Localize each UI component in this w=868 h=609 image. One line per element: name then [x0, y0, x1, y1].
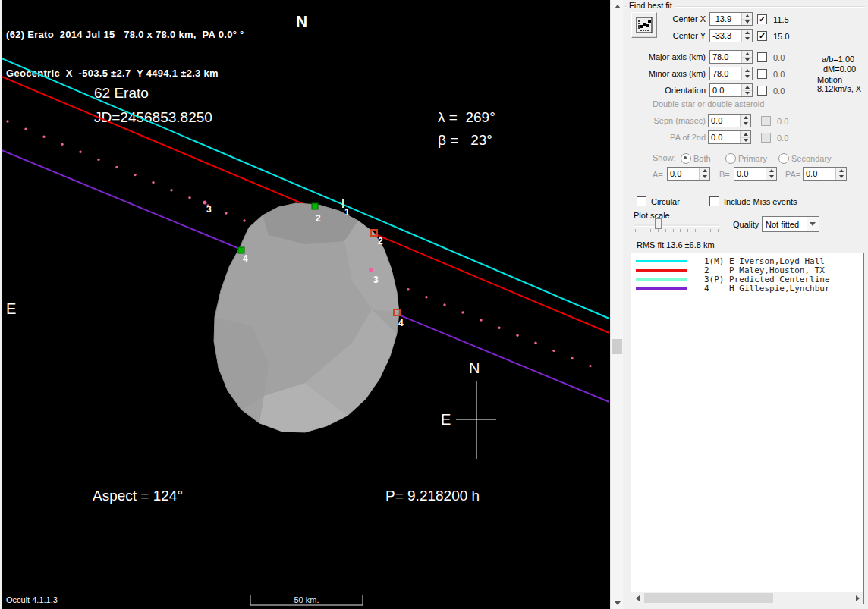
- separation-value[interactable]: 0.0: [709, 115, 740, 127]
- major-axis-label: Major axis (km): [623, 52, 706, 61]
- compass-north-label: N: [469, 359, 480, 376]
- quality-dropdown[interactable]: Not fitted: [762, 216, 819, 232]
- legend-scroll-right-button[interactable]: [851, 592, 863, 604]
- center-y-spinner[interactable]: -33.3: [709, 29, 753, 42]
- legend-observer-text: 4H Gillespie,Lynchbur: [704, 284, 830, 294]
- minor-axis-error-value: 0.0: [773, 70, 785, 79]
- show-primary-radio[interactable]: [725, 153, 736, 164]
- pa-of-2nd-value[interactable]: 0.0: [709, 131, 740, 143]
- b-value[interactable]: 0.0: [734, 168, 766, 180]
- major-axis-error-checkbox[interactable]: [757, 52, 767, 62]
- pa-spin-buttons[interactable]: [835, 168, 846, 180]
- minor-axis-error-checkbox[interactable]: [757, 69, 767, 79]
- groupbox-title: Find best fit: [627, 1, 675, 10]
- quality-selected-value: Not fitted: [763, 220, 807, 229]
- separation-spin-buttons[interactable]: [740, 115, 750, 127]
- pa-label: PA=: [785, 170, 800, 179]
- scale-bar-label: 50 km.: [294, 595, 319, 604]
- plot-scale-slider-track[interactable]: [634, 224, 719, 227]
- center-y-value[interactable]: -33.3: [710, 30, 741, 42]
- pa-spinner[interactable]: 0.0: [803, 167, 847, 181]
- b-spin-buttons[interactable]: [766, 168, 776, 180]
- show-primary-label[interactable]: Primary: [738, 154, 767, 163]
- scroll-up-button[interactable]: [611, 0, 624, 12]
- center-x-spin-buttons[interactable]: [741, 13, 752, 25]
- show-secondary-label[interactable]: Secondary: [791, 154, 832, 163]
- legend-horizontal-scrollbar[interactable]: [631, 592, 863, 604]
- minor-axis-spin-buttons[interactable]: [741, 67, 752, 80]
- circular-checkbox[interactable]: [637, 196, 646, 206]
- fit-control-panel: Find best fit Center X -13.9 ✓ 11.5 Cent…: [623, 0, 868, 609]
- marker-label-4r: 4: [398, 318, 404, 328]
- observer-legend-listbox[interactable]: 1(M)E Iverson,Loyd Hall2P Maley,Houston,…: [631, 253, 864, 604]
- vertical-scrollbar-thumb[interactable]: [612, 339, 622, 354]
- major-axis-error-value: 0.0: [773, 53, 785, 62]
- pa-of-2nd-spin-buttons[interactable]: [740, 131, 750, 143]
- pa-of-2nd-error-value: 0.0: [777, 133, 788, 143]
- scale-bar: 50 km.: [250, 595, 363, 605]
- center-x-spinner[interactable]: -13.9: [709, 12, 753, 26]
- pa-value[interactable]: 0.0: [804, 168, 835, 180]
- orientation-value[interactable]: 0.0: [710, 84, 741, 96]
- legend-rows: 1(M)E Iverson,Loyd Hall2P Maley,Houston,…: [631, 253, 863, 294]
- show-both-label[interactable]: Both: [693, 154, 711, 163]
- separation-error-value: 0.0: [777, 117, 788, 126]
- rms-fit-label: RMS fit 13.6 ±6.8 km: [637, 240, 715, 250]
- legend-line-swatch: [636, 260, 687, 262]
- orientation-spin-buttons[interactable]: [741, 84, 752, 96]
- circular-label[interactable]: Circular: [651, 197, 680, 206]
- vertical-scrollbar[interactable]: [610, 0, 624, 609]
- separation-label: Sepn (masec): [623, 116, 706, 125]
- legend-line-swatch: [636, 287, 687, 290]
- orientation-label: Orientation: [623, 86, 706, 95]
- center-x-label: Center X: [623, 14, 706, 24]
- center-x-error-value: 11.5: [773, 15, 789, 24]
- occultation-plot[interactable]: (62) Erato 2014 Jul 15 78.0 x 78.0 km, P…: [2, 0, 610, 609]
- quality-label: Quality: [733, 220, 759, 229]
- right-arrow-icon: [856, 595, 860, 601]
- legend-row[interactable]: 4H Gillespie,Lynchbur: [631, 284, 863, 294]
- marker-label-3r: 3: [373, 275, 379, 285]
- orientation-spinner[interactable]: 0.0: [709, 83, 753, 97]
- show-secondary-radio[interactable]: [778, 153, 789, 164]
- include-miss-events-label[interactable]: Include Miss events: [724, 197, 797, 206]
- axis-ratio-label: a/b=1.00: [822, 55, 854, 64]
- minor-axis-value[interactable]: 78.0: [710, 67, 741, 80]
- a-value[interactable]: 0.0: [668, 168, 699, 180]
- plot-scale-label: Plot scale: [634, 211, 670, 220]
- a-spinner[interactable]: 0.0: [667, 167, 710, 181]
- a-spin-buttons[interactable]: [699, 168, 709, 180]
- dropdown-arrow-icon[interactable]: [807, 217, 819, 231]
- up-arrow-icon: [615, 5, 621, 8]
- pa-of-2nd-label: PA of 2nd: [623, 133, 706, 142]
- include-miss-events-checkbox[interactable]: [709, 196, 719, 206]
- separation-spinner[interactable]: 0.0: [708, 114, 751, 127]
- major-axis-value[interactable]: 78.0: [710, 51, 741, 63]
- orientation-error-checkbox[interactable]: [757, 86, 767, 96]
- pa-of-2nd-error-checkbox: [761, 133, 771, 143]
- pa-of-2nd-spinner[interactable]: 0.0: [708, 130, 751, 144]
- marker-label-1: 1: [344, 207, 350, 218]
- center-y-spin-buttons[interactable]: [741, 30, 752, 42]
- compass: N E: [441, 359, 496, 459]
- occult-window: (62) Erato 2014 Jul 15 78.0 x 78.0 km, P…: [0, 0, 868, 609]
- center-x-value[interactable]: -13.9: [710, 13, 741, 25]
- plot-scale-slider-thumb[interactable]: [655, 218, 662, 229]
- minor-axis-spinner[interactable]: 78.0: [709, 67, 753, 80]
- major-axis-spinner[interactable]: 78.0: [709, 50, 753, 64]
- b-spinner[interactable]: 0.0: [734, 167, 777, 181]
- double-star-section-title: Double star or double asteroid: [653, 99, 764, 108]
- major-axis-spin-buttons[interactable]: [741, 51, 752, 63]
- center-y-error-checkbox[interactable]: ✓: [757, 31, 767, 41]
- compass-east-label: E: [441, 411, 451, 428]
- show-both-radio[interactable]: [681, 153, 691, 164]
- legend-scrollbar-thumb[interactable]: [644, 593, 773, 603]
- scroll-down-button[interactable]: [611, 597, 624, 609]
- b-label: B=: [719, 170, 730, 179]
- legend-scroll-left-button[interactable]: [631, 592, 643, 604]
- chord-2-disappearance-marker: [312, 203, 318, 209]
- center-x-error-checkbox[interactable]: ✓: [757, 14, 767, 24]
- center-y-label: Center Y: [623, 31, 706, 40]
- plot-scale-ticks: [635, 229, 719, 232]
- legend-line-swatch: [636, 278, 687, 281]
